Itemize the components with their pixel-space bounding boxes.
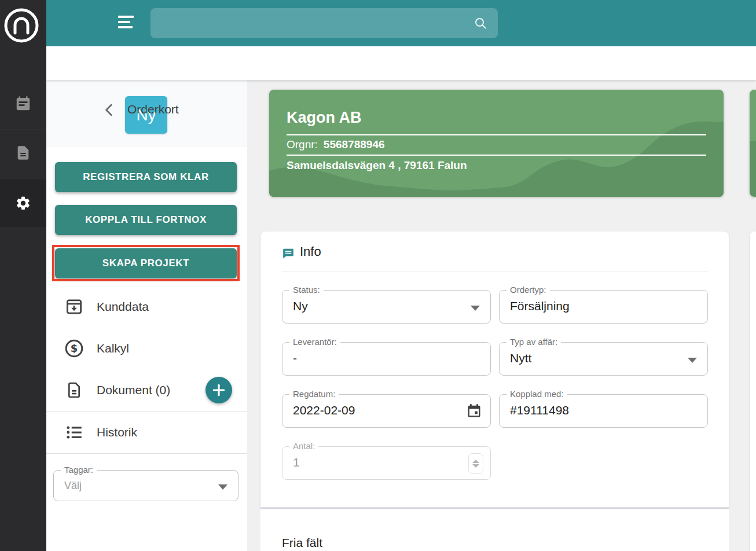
field-label: Ordertyp: [507,285,550,295]
search-icon[interactable] [474,16,487,30]
typ-av-affar-select[interactable]: Typ av affär: Nytt [499,342,708,376]
number-stepper[interactable] [468,453,483,474]
skapa-projekt-button[interactable]: SKAPA PROJEKT [55,248,237,278]
registrera-som-klar-button[interactable]: REGISTRERA SOM KLAR [55,162,237,192]
field-label: Status: [289,285,324,295]
rail-divider [0,130,46,130]
archive-icon [64,296,85,317]
chevron-down-icon [471,306,480,311]
info-card: Info Status: Ny Ordertyp: Försäljning Le… [260,232,729,508]
menu-item-kalkyl[interactable]: $ Kalkyl [46,328,247,369]
page-title: Orderkort [127,102,179,116]
divider [282,271,708,271]
menu-item-label: Historik [97,425,137,439]
search-field[interactable] [151,8,498,38]
tags-label: Taggar: [61,465,97,475]
app-rail [0,0,46,551]
settings-nav-icon[interactable] [14,194,32,212]
field-value: Nytt [510,351,531,365]
regdatum-field[interactable]: Regdatum: 2022-02-09 [282,394,491,428]
next-info-card-partial [750,232,756,551]
hamburger-menu-icon[interactable] [118,16,134,30]
field-label: Antal: [289,441,318,451]
add-document-button[interactable] [205,377,232,403]
customer-card: Kagon AB Orgnr:5568788946 Samuelsdalsväg… [269,90,724,197]
menu-item-label: Kunddata [97,300,149,314]
tags-select[interactable]: Taggar: Välj [53,470,238,501]
info-section-title: Info [300,244,321,259]
menu-item-kunddata[interactable]: Kunddata [46,286,247,328]
tags-placeholder: Välj [64,480,82,492]
menu-item-label: Dokument (0) [97,383,170,397]
calendar-nav-icon[interactable] [14,94,32,113]
order-side-panel: Ny REGISTRERA SOM KLAR KOPPLA TILL FORTN… [46,80,247,551]
svg-text:$: $ [71,342,78,354]
orgnr-value: 5568788946 [324,138,385,150]
panel-divider [46,453,247,454]
file-icon [64,380,85,401]
status-select[interactable]: Status: Ny [282,290,491,324]
fria-falt-card: Fria fält [260,509,729,551]
field-label: Leverantör: [289,337,340,347]
stepper-down-icon[interactable] [472,464,479,468]
stepper-up-icon[interactable] [472,460,479,463]
app-window: Orderkort Ny REGISTRERA SOM KLAR KOPPLA … [0,0,756,551]
list-icon [64,422,85,443]
field-value: Försäljning [510,299,570,313]
back-chevron-icon[interactable] [102,102,117,117]
document-nav-icon[interactable] [14,144,32,162]
field-label: Kopplad med: [507,389,567,399]
divider [287,155,706,156]
field-value: 2022-02-09 [293,403,355,417]
field-value: - [293,351,297,365]
field-label: Regdatum: [289,389,339,399]
panel-menu: Kunddata $ Kalkyl [46,286,247,454]
ordertyp-field[interactable]: Ordertyp: Försäljning [499,290,708,324]
field-value: Ny [293,299,308,313]
customer-name: Kagon AB [287,109,362,127]
koppla-till-fortnox-button[interactable]: KOPPLA TILL FORTNOX [55,205,237,235]
orgnr-label: Orgnr: [287,138,318,150]
chevron-down-icon [218,484,227,490]
chat-bubble-icon [282,247,295,260]
calendar-picker-icon[interactable] [466,403,482,419]
field-value: #19111498 [510,403,569,417]
menu-item-historik[interactable]: Historik [46,412,247,453]
customer-orgnr: Orgnr:5568788946 [287,138,385,151]
leverantor-field[interactable]: Leverantör: - [282,342,491,376]
app-logo-icon [3,8,39,43]
field-label: Typ av affär: [507,337,561,347]
field-value: 1 [293,456,300,469]
kopplad-med-field[interactable]: Kopplad med: #19111498 [499,394,708,428]
divider [287,134,706,135]
page-header: Orderkort [46,46,756,80]
menu-item-label: Kalkyl [97,341,129,355]
next-customer-card-partial [750,90,756,197]
search-input[interactable] [160,8,472,38]
fria-falt-title: Fria fält [282,536,322,550]
customer-address: Samuelsdalsvägen 4 , 79161 Falun [287,159,467,172]
chevron-down-icon [688,358,697,363]
antal-field: Antal: 1 [282,446,491,480]
topbar [46,0,756,46]
dollar-circle-icon: $ [64,338,85,359]
